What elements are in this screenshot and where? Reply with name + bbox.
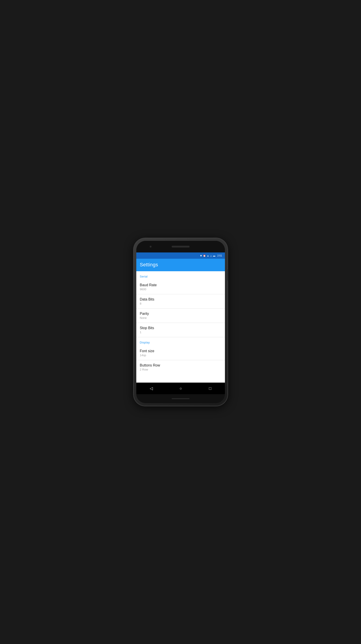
status-time: 2:51 — [217, 254, 222, 257]
pref-font-size-title: Font size — [140, 349, 221, 353]
battery-icon: ▬ — [213, 254, 215, 257]
bottom-navigation: ◁ ○ □ — [136, 382, 225, 394]
screen: ✱ ⏰ ▲ △ ▬ 2:51 Settings Serial Baud Rate — [136, 252, 225, 394]
pref-parity[interactable]: Parity None — [136, 308, 225, 323]
app-bar: Settings — [136, 259, 225, 271]
signal-half-icon: △ — [210, 254, 212, 257]
pref-data-bits-summary: 8 — [140, 302, 221, 305]
recents-icon: □ — [209, 386, 211, 391]
status-icons: ✱ ⏰ ▲ △ ▬ 2:51 — [200, 254, 222, 257]
signal-full-icon: ▲ — [207, 254, 209, 257]
section-header-serial: Serial — [136, 271, 225, 280]
home-icon: ○ — [180, 386, 182, 391]
alarm-icon: ⏰ — [203, 254, 206, 257]
phone-device: ✱ ⏰ ▲ △ ▬ 2:51 Settings Serial Baud Rate — [134, 238, 228, 406]
top-bezel — [136, 241, 225, 252]
pref-parity-title: Parity — [140, 312, 221, 316]
back-button[interactable]: ◁ — [145, 384, 157, 393]
phone-inner: ✱ ⏰ ▲ △ ▬ 2:51 Settings Serial Baud Rate — [136, 241, 225, 403]
front-camera — [150, 246, 152, 248]
pref-buttons-row[interactable]: Buttons Row 2 Row — [136, 360, 225, 374]
settings-content: Serial Baud Rate 9600 Data Bits 8 Parity… — [136, 271, 225, 382]
pref-stop-bits[interactable]: Stop Bits 1 — [136, 323, 225, 337]
back-icon: ◁ — [150, 386, 153, 391]
recents-button[interactable]: □ — [205, 384, 216, 393]
bluetooth-icon: ✱ — [200, 254, 202, 257]
pref-font-size-summary: 14sp — [140, 354, 221, 357]
pref-stop-bits-title: Stop Bits — [140, 326, 221, 330]
pref-buttons-row-title: Buttons Row — [140, 363, 221, 368]
pref-baud-rate-title: Baud Rate — [140, 283, 221, 287]
volume-button — [227, 270, 228, 281]
speaker — [172, 246, 190, 248]
home-button[interactable]: ○ — [175, 384, 187, 393]
bottom-bar — [172, 398, 190, 399]
pref-data-bits[interactable]: Data Bits 8 — [136, 294, 225, 308]
section-header-display: Display — [136, 337, 225, 346]
pref-baud-rate[interactable]: Baud Rate 9600 — [136, 280, 225, 294]
pref-data-bits-title: Data Bits — [140, 298, 221, 302]
pref-font-size[interactable]: Font size 14sp — [136, 346, 225, 360]
pref-baud-rate-summary: 9600 — [140, 288, 221, 291]
status-bar: ✱ ⏰ ▲ △ ▬ 2:51 — [136, 252, 225, 259]
pref-buttons-row-summary: 2 Row — [140, 368, 221, 371]
pref-parity-summary: None — [140, 316, 221, 320]
pref-stop-bits-summary: 1 — [140, 330, 221, 334]
app-bar-title: Settings — [140, 262, 221, 268]
bottom-bezel — [136, 394, 225, 403]
